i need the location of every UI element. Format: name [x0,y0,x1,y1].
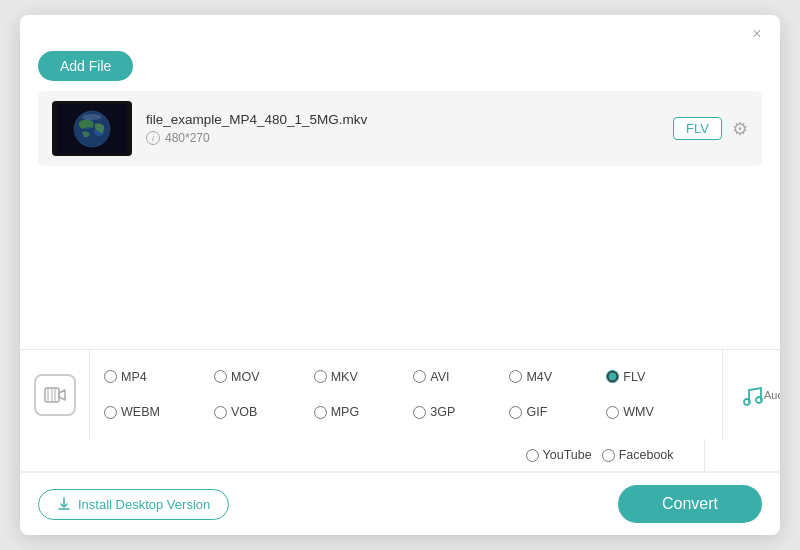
settings-icon[interactable]: ⚙ [732,118,748,140]
radio-avi[interactable] [413,370,426,383]
svg-point-5 [82,114,102,120]
title-bar: × [20,15,780,47]
file-item: file_example_MP4_480_1_5MG.mkv i 480*270… [38,91,762,166]
svg-marker-7 [59,390,65,400]
radio-m4v[interactable] [509,370,522,383]
format-option-vob[interactable]: VOB [214,398,314,428]
format-option-mpg[interactable]: MPG [314,398,414,428]
toolbar: Add File [20,47,780,91]
file-thumbnail [52,101,132,156]
audio-tab-label: Audio Fo [764,389,780,401]
format-option-mkv[interactable]: MKV [314,362,414,392]
format-option-avi[interactable]: AVI [413,362,509,392]
music-icon [739,382,765,408]
platform-row: YouTube Facebook [20,439,780,472]
radio-flv[interactable] [606,370,619,383]
radio-mov[interactable] [214,370,227,383]
footer: Install Desktop Version Convert [20,472,780,535]
video-icon-box [34,374,76,416]
radio-youtube-r2[interactable] [526,449,539,462]
radio-mpg[interactable] [314,406,327,419]
add-file-button[interactable]: Add File [38,51,133,81]
content-area: file_example_MP4_480_1_5MG.mkv i 480*270… [20,91,780,349]
install-button[interactable]: Install Desktop Version [38,489,229,520]
radio-webm[interactable] [104,406,117,419]
convert-button[interactable]: Convert [618,485,762,523]
file-info: file_example_MP4_480_1_5MG.mkv i 480*270 [146,112,659,145]
radio-facebook-r2[interactable] [602,449,615,462]
format-badge[interactable]: FLV [673,117,722,140]
app-window: × Add File [20,15,780,535]
radio-mp4[interactable] [104,370,117,383]
close-button[interactable]: × [748,25,766,43]
format-option-m4v[interactable]: M4V [509,362,606,392]
bottom-panel: MP4 MOV MKV AVI M4V FLV [20,349,780,439]
format-option-flv[interactable]: FLV [606,362,708,392]
format-option-gif[interactable]: GIF [509,398,606,428]
format-option-3gp[interactable]: 3GP [413,398,509,428]
format-option-mov[interactable]: MOV [214,362,314,392]
file-actions: FLV ⚙ [673,117,748,140]
radio-gif[interactable] [509,406,522,419]
format-option-mp4[interactable]: MP4 [104,362,214,392]
info-icon: i [146,131,160,145]
format-option-youtube-row[interactable]: YouTube [90,448,602,462]
radio-vob[interactable] [214,406,227,419]
audio-panel[interactable]: Audio Fo [722,350,780,439]
format-option-wmv[interactable]: WMV [606,398,708,428]
install-label: Install Desktop Version [78,497,210,512]
format-option-facebook-row[interactable]: Facebook [602,448,684,462]
download-icon [57,497,71,511]
radio-wmv[interactable] [606,406,619,419]
file-name: file_example_MP4_480_1_5MG.mkv [146,112,659,127]
format-option-webm[interactable]: WEBM [104,398,214,428]
format-panel-icon[interactable] [20,350,90,439]
format-grid: MP4 MOV MKV AVI M4V FLV [90,350,722,439]
radio-3gp[interactable] [413,406,426,419]
radio-mkv[interactable] [314,370,327,383]
file-meta: i 480*270 [146,131,659,145]
file-resolution: 480*270 [165,131,210,145]
